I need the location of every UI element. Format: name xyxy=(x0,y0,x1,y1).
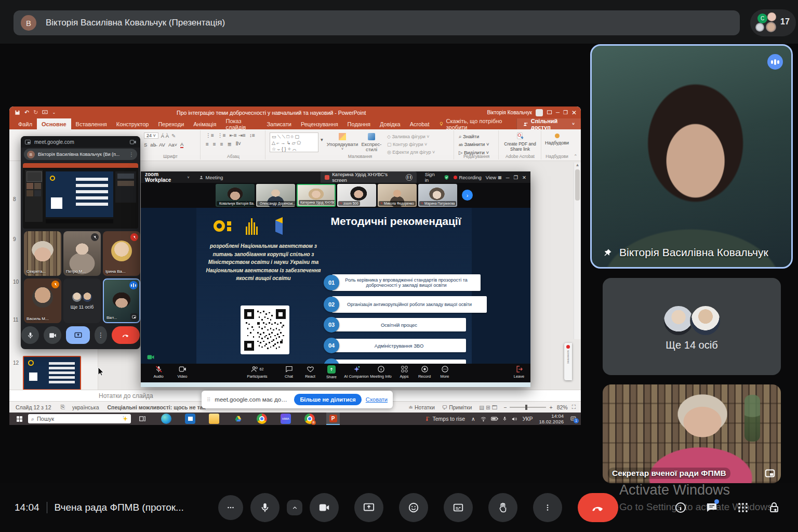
zoom-tile-active-speaker[interactable]: Катерина Удод ХНУВС xyxy=(297,184,336,207)
zoom-out-icon[interactable]: − xyxy=(503,404,507,410)
pin-icon[interactable] xyxy=(603,248,612,257)
zoom-slider[interactable] xyxy=(510,407,546,408)
tab-animations[interactable]: Анімація xyxy=(189,118,221,129)
inner-mic-button[interactable] xyxy=(21,326,39,344)
zoom-signin[interactable]: Sign in xyxy=(425,171,440,183)
zoom-minimize-icon[interactable]: ─ xyxy=(506,175,510,180)
addins-button[interactable]: Надбудови xyxy=(542,130,572,145)
inner-camera-button[interactable] xyxy=(44,326,61,344)
drag-handle-icon[interactable]: ⠿ xyxy=(207,397,210,403)
screenshare-preview-tile[interactable] xyxy=(23,163,138,229)
undo-icon[interactable]: ↶ xyxy=(24,109,29,116)
tab-record[interactable]: Записати xyxy=(262,118,296,129)
presentation-tab[interactable]: B Вікторія Василівна Ковальчук (Презента… xyxy=(14,10,740,35)
hide-toast-link[interactable]: Сховати xyxy=(366,396,388,403)
align-center-icon[interactable]: ≡ xyxy=(213,141,216,147)
battery-icon[interactable] xyxy=(491,416,498,421)
mic-button[interactable] xyxy=(250,493,280,522)
raise-hand-button[interactable] xyxy=(488,493,517,522)
minimize-icon[interactable]: ─ xyxy=(556,110,560,115)
align-left-icon[interactable]: ≡ xyxy=(206,141,209,147)
redo-icon[interactable]: ↻ xyxy=(33,109,38,116)
case-icon[interactable]: Aa˅ xyxy=(168,142,177,148)
shapes-gallery-caret[interactable]: ▾ xyxy=(321,137,323,142)
tile-secretary-small[interactable]: Секрета... xyxy=(24,231,61,276)
zoom-more-button[interactable]: More xyxy=(428,365,461,379)
shape-outline-button[interactable]: ▢ Контур фігури ˅ xyxy=(387,141,435,149)
taskbar-clock[interactable]: 14:0418.02.2026 xyxy=(539,413,564,424)
flip-camera-icon[interactable] xyxy=(130,313,138,321)
zoom-video-button[interactable]: Video xyxy=(166,365,199,379)
tile-petro[interactable]: Петро М... xyxy=(63,231,101,276)
columns-icon[interactable]: ⫴˅ xyxy=(236,141,241,147)
shapes-gallery[interactable]: ▭ ⟍ ⟍ □ ○ ▢△ ⌐ → ↳ ▱ ⬠☆ ⌣ { } ✧ ⌒ xyxy=(270,132,318,152)
font-size-box[interactable]: 24 ˅ xyxy=(144,132,158,139)
tile-iryna[interactable]: Ірина Ва... xyxy=(103,231,140,276)
taskbar-search[interactable]: ⌕ Пошук xyxy=(28,414,131,423)
end-call-button[interactable] xyxy=(578,493,618,522)
zoom-meeting-tab[interactable]: Meeting xyxy=(199,175,223,180)
zoom-tile[interactable]: zoom 500 xyxy=(337,184,376,207)
store-icon[interactable] xyxy=(185,414,195,424)
tab-acrobat[interactable]: Acrobat xyxy=(405,118,434,129)
gdrive-icon[interactable] xyxy=(233,414,243,424)
task-view-icon[interactable] xyxy=(137,414,148,424)
reactions-button[interactable] xyxy=(399,493,428,522)
camera-small-icon[interactable] xyxy=(130,140,136,144)
edge-icon[interactable] xyxy=(161,414,171,424)
weather-status[interactable]: Temps to rise xyxy=(433,416,465,422)
shape-fill-button[interactable]: ◇ Заливка фігури ˅ xyxy=(387,133,435,141)
zoom-leave-button[interactable]: Leave xyxy=(502,365,536,379)
tile-more-people-small[interactable]: Ще 11 осіб xyxy=(63,278,101,323)
slideshow-icon[interactable] xyxy=(42,110,48,115)
tab-transitions[interactable]: Переходи xyxy=(153,118,189,129)
mic-options-chevron[interactable] xyxy=(287,500,302,515)
screenshare-main[interactable]: ↶ ↻ ⌄ Про інтеграцію теми доброчесності … xyxy=(9,107,581,425)
line-spacing-icon[interactable]: ↕≡ xyxy=(249,132,255,138)
zoom-in-icon[interactable]: + xyxy=(549,404,552,410)
arrange-button[interactable]: Упорядкувати˅ xyxy=(328,133,357,151)
language-status[interactable]: українська xyxy=(72,404,99,410)
ribbon-display-icon[interactable] xyxy=(547,110,552,115)
zoom-close-icon[interactable]: ✕ xyxy=(522,175,526,180)
accessibility-status[interactable]: Спеціальні можливості: щось не так xyxy=(108,404,206,410)
zoom-window[interactable]: zoom Workplace˅ Meeting Катерина Удод ХН… xyxy=(141,171,530,387)
inner-endcall-button[interactable] xyxy=(112,326,140,344)
more-options-button[interactable] xyxy=(533,493,562,522)
comments-toggle[interactable]: 🗩 Примітки xyxy=(442,404,472,410)
indent-icons[interactable]: ⇤≡ ⇥≡ xyxy=(230,132,246,138)
font-color-icon[interactable]: A xyxy=(180,141,183,148)
host-lock-icon[interactable] xyxy=(768,501,780,514)
replace-button[interactable]: ab Замінити ˅ xyxy=(459,140,498,149)
collapse-ribbon-icon[interactable]: ⌃ xyxy=(574,154,578,159)
tab-insert[interactable]: Вставлення xyxy=(71,118,112,129)
slide-thumbnail-12[interactable] xyxy=(23,356,81,390)
tile-self[interactable]: Вікт... xyxy=(103,278,140,323)
camera-button[interactable] xyxy=(310,493,339,522)
qat-caret[interactable]: ⌄ xyxy=(52,110,56,115)
close-icon[interactable]: ✕ xyxy=(571,109,577,116)
chrome-profile-icon[interactable]: B xyxy=(304,414,315,424)
zoom-tile[interactable]: Олександр Доренськ... xyxy=(256,184,295,207)
zoom-participants-button[interactable]: 62Participants xyxy=(241,365,274,379)
zoom-level[interactable]: 82% xyxy=(557,404,568,410)
tile-vasyl[interactable]: Василь М... xyxy=(24,278,61,323)
tab-help[interactable]: Довідка xyxy=(375,118,405,129)
share-button[interactable]: Спільний доступ˅ xyxy=(516,118,581,129)
restore-icon[interactable]: ❐ xyxy=(563,110,568,115)
zoom-brand[interactable]: zoom Workplace˅ xyxy=(145,171,190,183)
proofing-icon[interactable]: ⎘ xyxy=(60,404,64,410)
meeting-details-icon[interactable] xyxy=(674,501,687,514)
user-avatar[interactable] xyxy=(536,109,543,116)
start-button[interactable] xyxy=(16,416,23,422)
pause-share-icon[interactable]: ❚❚ xyxy=(406,174,413,181)
shadow-icon[interactable]: ab̶ xyxy=(150,142,156,148)
inner-present-button[interactable] xyxy=(66,326,90,344)
tab-view[interactable]: Подання xyxy=(343,118,375,129)
filmstrip-next-icon[interactable]: › xyxy=(462,190,473,201)
notes-toggle[interactable]: ≐ Нотатки xyxy=(408,404,434,410)
bullets-icon[interactable]: ⋮≡ xyxy=(206,132,214,138)
tab-design[interactable]: Конструктор xyxy=(112,118,154,129)
chrome-icon[interactable] xyxy=(257,414,267,424)
save-icon[interactable] xyxy=(15,110,20,115)
